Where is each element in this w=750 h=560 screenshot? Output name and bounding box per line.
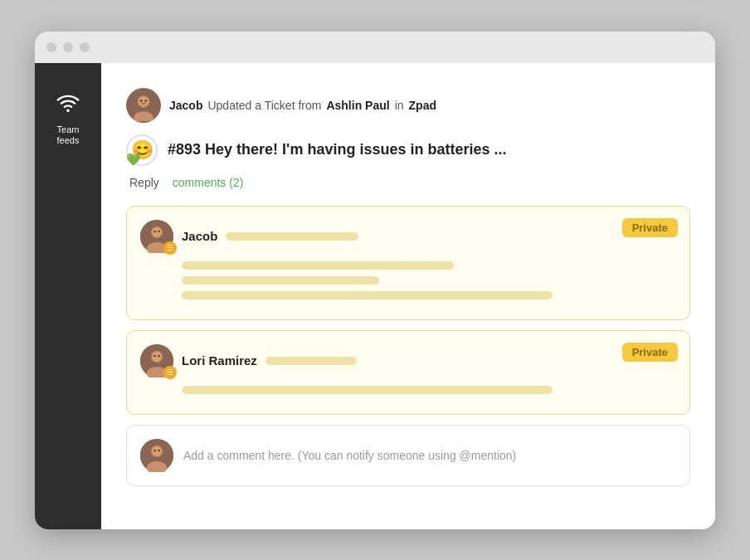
svg-point-11 — [153, 230, 156, 232]
name-placeholder-2 — [265, 357, 357, 365]
feed-from-user: Ashlin Paul — [326, 99, 389, 112]
ticket-id: #893 — [168, 141, 201, 158]
svg-point-12 — [158, 230, 160, 232]
name-line-row-1: Jacob — [182, 229, 358, 243]
comment-badge-icon: ☰ — [163, 241, 177, 255]
avatar-lori-comment: ☰ — [140, 344, 173, 377]
svg-point-4 — [139, 97, 149, 106]
name-placeholder-1 — [226, 232, 358, 241]
browser-window: Team feeds J — [35, 32, 715, 529]
sidebar-item-label: Team feeds — [45, 124, 91, 146]
sidebar: Team feeds — [35, 63, 101, 529]
browser-titlebar — [35, 32, 715, 63]
feed-app-prefix: in — [395, 99, 404, 112]
svg-point-22 — [153, 446, 162, 455]
comment-badge-icon-2: ☰ — [163, 366, 177, 379]
comment-line-2-1 — [182, 386, 553, 394]
browser-content: Team feeds J — [35, 63, 715, 529]
emoji-badge: 😊 💚 — [126, 134, 158, 166]
svg-point-18 — [158, 354, 160, 357]
ticket-row: 😊 💚 #893 Hey there! I'm having issues in… — [126, 134, 690, 166]
reply-link[interactable]: Reply — [129, 176, 159, 189]
comments-link[interactable]: comments (2) — [173, 176, 244, 189]
private-badge-1: Private — [622, 218, 678, 237]
svg-point-0 — [66, 109, 70, 112]
svg-point-17 — [153, 354, 156, 357]
svg-point-24 — [158, 449, 160, 451]
feed-action: Updated a Ticket from — [207, 99, 321, 112]
comment-line-1-3 — [182, 291, 553, 299]
avatar-jacob-header — [126, 88, 161, 123]
private-badge-2: Private — [622, 343, 678, 362]
comment-line-1-2 — [182, 276, 379, 285]
feed-app-name: Zpad — [409, 99, 436, 112]
comment-card-1: ☰ Jacob Private — [126, 206, 690, 320]
comment-lines-1 — [182, 261, 676, 299]
comment-author-2: Lori Ramirez — [182, 353, 257, 368]
feed-header: Jacob Updated a Ticket from Ashlin Paul … — [126, 88, 690, 123]
comment-header-1: ☰ Jacob — [140, 220, 676, 253]
feed-user-name: Jacob — [169, 99, 202, 112]
traffic-light-1 — [46, 42, 56, 52]
avatar-add-comment — [140, 439, 173, 472]
svg-point-16 — [153, 352, 162, 361]
comment-author-1: Jacob — [182, 229, 217, 243]
ticket-title: #893 Hey there! I'm having issues in bat… — [168, 141, 506, 158]
traffic-light-3 — [80, 42, 90, 52]
svg-point-10 — [153, 227, 162, 236]
add-comment-placeholder[interactable]: Add a comment here. (You can notify some… — [183, 449, 516, 462]
action-links: Reply comments (2) — [126, 176, 690, 189]
avatar-jacob-comment: ☰ — [140, 220, 173, 253]
emoji-arrow-icon: 💚 — [126, 153, 140, 166]
svg-point-23 — [153, 449, 156, 451]
svg-point-6 — [144, 100, 147, 102]
add-comment-box[interactable]: Add a comment here. (You can notify some… — [126, 425, 690, 486]
traffic-light-2 — [63, 42, 73, 52]
comment-line-1-1 — [182, 261, 454, 270]
comment-header-2: ☰ Lori Ramirez — [140, 344, 676, 377]
ticket-text: Hey there! I'm having issues in batterie… — [205, 141, 506, 158]
comment-lines-2 — [182, 386, 676, 394]
wifi-icon — [56, 91, 80, 119]
main-content: Jacob Updated a Ticket from Ashlin Paul … — [101, 63, 715, 529]
comment-card-2: ☰ Lori Ramirez Private — [126, 330, 690, 415]
sidebar-item-team-feeds[interactable]: Team feeds — [35, 80, 101, 158]
feed-meta: Jacob Updated a Ticket from Ashlin Paul … — [169, 99, 436, 112]
name-line-row-2: Lori Ramirez — [182, 353, 357, 368]
svg-point-5 — [140, 100, 143, 102]
